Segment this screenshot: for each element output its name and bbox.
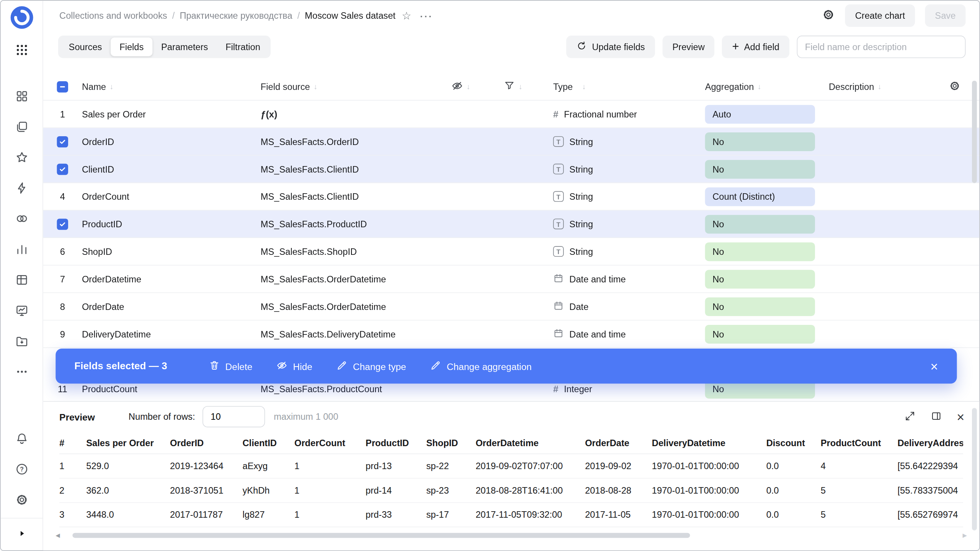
date-type-icon bbox=[553, 300, 564, 311]
tab[interactable]: Fields bbox=[111, 37, 152, 56]
tab[interactable]: Parameters bbox=[152, 37, 217, 56]
aggregation-badge[interactable]: No bbox=[705, 324, 815, 343]
save-button[interactable]: Save bbox=[925, 4, 965, 27]
field-aggregation[interactable]: No bbox=[700, 269, 824, 288]
sidebar-item-more[interactable] bbox=[10, 360, 33, 383]
sidebar-item-storage[interactable] bbox=[10, 329, 33, 353]
string-type-icon: T bbox=[553, 164, 564, 174]
field-aggregation[interactable]: Count (Distinct) bbox=[700, 187, 824, 206]
apps-grid-icon[interactable] bbox=[10, 38, 33, 62]
field-type: # T Date and time bbox=[542, 273, 700, 285]
notifications-button[interactable] bbox=[10, 427, 33, 450]
aggregation-badge[interactable]: No bbox=[705, 215, 815, 233]
field-row[interactable]: 1 Sales per Order ƒ(x) bbox=[43, 101, 980, 128]
table-settings-gear-icon[interactable] bbox=[949, 80, 960, 93]
column-header-aggregation[interactable]: Aggregation bbox=[705, 82, 754, 91]
column-header-name[interactable]: Name bbox=[82, 82, 106, 91]
row-checkbox[interactable] bbox=[57, 218, 68, 230]
tab[interactable]: Filtration bbox=[217, 37, 269, 56]
field-aggregation[interactable]: No bbox=[700, 215, 824, 233]
rows-count-input[interactable] bbox=[203, 406, 265, 427]
field-aggregation[interactable]: No bbox=[700, 132, 824, 151]
dataset-settings-button[interactable] bbox=[822, 8, 835, 23]
preview-vertical-scrollbar-thumb[interactable] bbox=[972, 408, 977, 530]
rows-max-hint: maximum 1 000 bbox=[274, 412, 338, 422]
row-checkbox[interactable] bbox=[57, 136, 68, 147]
field-row[interactable]: 7 OrderDatetime ƒ(x) MS_SalesFacts.Order… bbox=[43, 266, 980, 293]
field-row[interactable]: 3 ClientID ƒ(x) MS_SalesFacts.ClientID bbox=[43, 156, 980, 183]
column-header-source[interactable]: Field source bbox=[261, 82, 310, 91]
field-aggregation[interactable]: No bbox=[700, 242, 824, 261]
aggregation-badge[interactable]: Count (Distinct) bbox=[705, 187, 815, 206]
sidebar-item-widgets[interactable] bbox=[10, 84, 33, 108]
field-row[interactable]: 6 ShopID ƒ(x) MS_SalesFacts.ShopID bbox=[43, 238, 980, 266]
scroll-right-icon[interactable]: ▶ bbox=[962, 532, 967, 538]
tab[interactable]: Sources bbox=[60, 37, 111, 56]
preview-horizontal-scrollbar[interactable]: ◀ ▶ bbox=[56, 530, 967, 540]
datalens-logo[interactable] bbox=[10, 6, 33, 29]
column-header-description[interactable]: Description bbox=[829, 82, 874, 91]
aggregation-badge[interactable]: No bbox=[705, 160, 815, 178]
field-row[interactable]: 5 ProductID ƒ(x) MS_SalesFacts.ProductID bbox=[43, 210, 980, 238]
create-chart-button[interactable]: Create chart bbox=[845, 4, 915, 27]
sidebar-item-charts[interactable] bbox=[10, 237, 33, 261]
field-aggregation[interactable]: No bbox=[700, 160, 824, 178]
field-row[interactable]: 4 OrderCount ƒ(x) MS_SalesFacts.ClientID bbox=[43, 183, 980, 210]
preview-dock-button[interactable] bbox=[931, 410, 942, 423]
field-name: ClientID bbox=[73, 164, 261, 174]
breadcrumb-workbook[interactable]: Практические руководства bbox=[180, 11, 292, 21]
scrollbar-thumb[interactable] bbox=[73, 533, 690, 538]
field-aggregation[interactable]: No bbox=[700, 297, 824, 316]
expand-sidebar-button[interactable] bbox=[0, 518, 43, 550]
field-aggregation[interactable]: Auto bbox=[700, 104, 824, 123]
row-checkbox[interactable] bbox=[57, 163, 68, 174]
field-row[interactable]: 9 DeliveryDatetime ƒ(x) MS_SalesFacts.De… bbox=[43, 321, 980, 348]
preview-cell: 3 bbox=[59, 510, 86, 520]
field-aggregation[interactable]: No bbox=[700, 324, 824, 343]
aggregation-badge[interactable]: Auto bbox=[705, 104, 815, 123]
preview-expand-button[interactable] bbox=[904, 410, 915, 423]
field-source: ƒ(x) MS_SalesFacts.OrderDatetime bbox=[261, 302, 437, 311]
preview-cell: prd-14 bbox=[366, 486, 426, 496]
preview-toggle-button[interactable]: Preview bbox=[662, 36, 714, 58]
preview-close-button[interactable]: × bbox=[957, 410, 964, 423]
sidebar-item-favorites[interactable] bbox=[10, 145, 33, 169]
close-icon: × bbox=[931, 359, 938, 373]
aggregation-badge[interactable]: No bbox=[705, 269, 815, 288]
change-aggregation-label: Change aggregation bbox=[447, 361, 532, 372]
scroll-left-icon[interactable]: ◀ bbox=[56, 532, 60, 538]
fields-vertical-scrollbar-thumb[interactable] bbox=[972, 81, 977, 183]
settings-button[interactable] bbox=[10, 488, 33, 512]
field-search-input[interactable] bbox=[797, 36, 966, 58]
breadcrumb-collections[interactable]: Collections and workbooks bbox=[59, 11, 167, 21]
more-menu-icon[interactable]: ··· bbox=[420, 10, 433, 21]
aggregation-badge[interactable]: No bbox=[705, 132, 815, 151]
sidebar-item-datasets[interactable] bbox=[10, 268, 33, 292]
hide-selected-button[interactable]: Hide bbox=[276, 360, 312, 373]
column-header-type[interactable]: Type bbox=[553, 82, 573, 91]
hidden-eye-icon[interactable] bbox=[451, 80, 463, 93]
preview-cell: lg827 bbox=[242, 510, 294, 520]
sidebar-item-connections[interactable] bbox=[10, 176, 33, 200]
update-fields-button[interactable]: Update fields bbox=[567, 36, 655, 58]
change-type-button[interactable]: Change type bbox=[336, 360, 406, 373]
close-selection-toolbar-button[interactable]: × bbox=[931, 360, 938, 373]
sidebar-item-collections[interactable] bbox=[10, 115, 33, 139]
sidebar-item-services[interactable] bbox=[10, 207, 33, 230]
help-button[interactable]: ? bbox=[10, 457, 33, 481]
field-row[interactable]: 2 OrderID ƒ(x) MS_SalesFacts.OrderID bbox=[43, 128, 980, 156]
favorite-star-icon[interactable]: ☆ bbox=[402, 9, 411, 22]
preview-column-header: ProductID bbox=[366, 438, 426, 448]
change-aggregation-button[interactable]: Change aggregation bbox=[430, 360, 532, 373]
add-field-button[interactable]: + Add field bbox=[722, 36, 789, 58]
field-type: # T String bbox=[542, 218, 700, 230]
filter-funnel-icon[interactable] bbox=[504, 80, 515, 93]
sidebar-item-dashboards[interactable] bbox=[10, 298, 33, 322]
aggregation-badge[interactable]: No bbox=[705, 297, 815, 316]
delete-selected-button[interactable]: Delete bbox=[209, 360, 253, 373]
field-row[interactable]: 8 OrderDate ƒ(x) MS_SalesFacts.OrderDate… bbox=[43, 293, 980, 321]
aggregation-badge[interactable]: No bbox=[705, 242, 815, 261]
select-all-checkbox[interactable] bbox=[57, 81, 68, 92]
scrollbar-track[interactable] bbox=[64, 532, 959, 538]
field-name: OrderDatetime bbox=[73, 274, 261, 284]
